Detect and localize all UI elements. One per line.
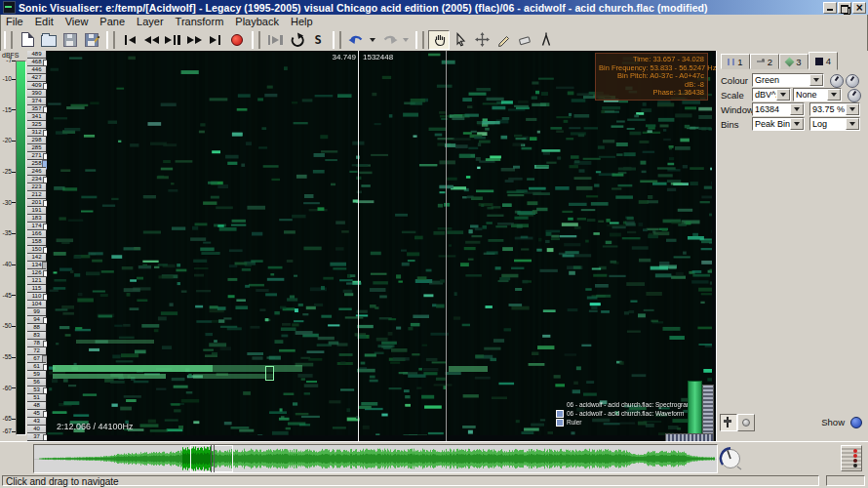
dbfs-tick: -60 <box>0 385 12 391</box>
skip-end-button[interactable] <box>205 30 226 50</box>
status-extra-cell <box>826 475 865 486</box>
record-button[interactable] <box>226 30 248 50</box>
draw-tool-button[interactable] <box>493 30 514 50</box>
freq-tick: 40 <box>27 425 46 432</box>
layer-label: 06 - acidwolf - acid church.flac: Spectr… <box>567 401 691 408</box>
navigate-tool-button[interactable] <box>428 30 450 50</box>
select-tool-button[interactable] <box>450 30 471 50</box>
freq-tick: 285 <box>27 143 46 151</box>
scale-select[interactable]: dBV^2 <box>752 88 791 102</box>
open-button[interactable] <box>38 30 59 50</box>
layer-visibility-checkbox[interactable] <box>556 410 564 418</box>
play-selection-button[interactable] <box>264 30 286 50</box>
chevron-down-icon <box>794 107 800 111</box>
vertical-zoom-thumbwheel[interactable] <box>702 385 714 435</box>
freq-tick: 37 <box>27 432 46 440</box>
save-icon <box>63 33 77 47</box>
colour-row: Colour Green <box>721 73 867 87</box>
toolbar-handle[interactable] <box>4 31 13 49</box>
minimize-button[interactable] <box>823 2 837 14</box>
window-overlap-select[interactable]: 93.75 % <box>809 102 860 116</box>
layer-visibility-checkbox[interactable] <box>556 419 564 427</box>
titlebar[interactable]: Sonic Visualiser: e:/temp/[Acidwolf] - L… <box>0 0 868 15</box>
edit-tool-button[interactable] <box>471 30 493 50</box>
menu-edit[interactable]: Edit <box>29 16 59 27</box>
menu-help[interactable]: Help <box>285 16 319 27</box>
menu-playback[interactable]: Playback <box>229 16 285 27</box>
menu-view[interactable]: View <box>59 16 95 27</box>
overview-waveform[interactable] <box>33 444 718 473</box>
loop-button[interactable] <box>286 30 307 50</box>
save-button[interactable] <box>59 30 81 50</box>
fast-forward-button[interactable] <box>183 30 205 50</box>
pane-tab-4[interactable]: 4 <box>809 52 838 70</box>
toolbar-handle[interactable] <box>415 31 424 49</box>
erase-tool-button[interactable] <box>514 30 535 50</box>
freq-tick: 390 <box>27 89 46 97</box>
dial-mode-button[interactable] <box>737 414 755 431</box>
rewind-button[interactable] <box>140 30 162 50</box>
freq-tick: 325 <box>27 120 46 128</box>
threshold-knob[interactable] <box>848 89 861 102</box>
redo-menu-button[interactable] <box>400 30 412 50</box>
skip-start-button[interactable] <box>119 30 140 50</box>
maximize-button[interactable] <box>838 2 851 14</box>
dial-icon <box>742 419 750 427</box>
select-tool-icon <box>454 32 468 47</box>
pane-tab-3[interactable]: 3 <box>779 54 809 69</box>
meter-dot <box>853 464 857 468</box>
gain-knob[interactable] <box>846 74 859 88</box>
new-session-button[interactable] <box>17 30 38 50</box>
skip-start-icon <box>125 35 128 45</box>
undo-menu-button[interactable] <box>367 30 378 50</box>
position-readout: 2:12.066 / 44100Hz <box>57 422 134 431</box>
freq-tick: 110 <box>27 292 46 300</box>
level-meter-button[interactable] <box>841 445 862 471</box>
menu-file[interactable]: File <box>0 16 29 27</box>
toolbar-handle[interactable] <box>333 31 341 49</box>
spectrogram-pane[interactable]: 34.749 1532448 Time: 33.657 - 34.028Bin … <box>47 51 716 441</box>
bins-row: Bins Peak Bins Log <box>721 117 867 131</box>
freq-tick: 183 <box>27 214 46 222</box>
vertical-scrollbar-thumb[interactable] <box>688 381 702 437</box>
meter-dot <box>853 449 857 453</box>
status-bar: Click and drag to navigate <box>0 474 868 488</box>
freq-tick: 126 <box>27 268 46 276</box>
toolbar-handle[interactable] <box>106 31 115 49</box>
bins-scale-select[interactable]: Log <box>809 117 860 131</box>
menu-transform[interactable]: Transform <box>170 16 230 27</box>
bins-display-select[interactable]: Peak Bins <box>752 117 805 131</box>
show-led-indicator[interactable] <box>850 417 862 428</box>
export-button[interactable] <box>81 30 102 50</box>
dbfs-tick: -15 <box>0 106 12 113</box>
window-size-select[interactable]: 16384 <box>752 102 805 116</box>
toolbar-handle[interactable] <box>252 31 260 49</box>
meter-dot <box>853 459 857 463</box>
normalization-select[interactable]: None <box>793 88 842 102</box>
freq-tick: 298 <box>27 136 46 143</box>
close-button[interactable] <box>852 2 866 14</box>
freq-tick: 61 <box>27 362 46 370</box>
play-pause-icon <box>165 36 172 44</box>
menu-layer[interactable]: Layer <box>131 16 170 27</box>
chevron-down-icon <box>780 93 786 97</box>
overview-canvas[interactable] <box>34 445 717 472</box>
undo-button[interactable] <box>345 30 367 50</box>
play-pause-button[interactable] <box>162 30 183 50</box>
status-message: Click and drag to navigate <box>2 475 819 486</box>
dbfs-gradient-bar[interactable] <box>16 61 26 435</box>
solo-button[interactable]: S <box>307 30 329 50</box>
colour-select[interactable]: Green <box>752 73 824 87</box>
freq-tick: 56 <box>27 378 46 386</box>
fader-mode-button[interactable] <box>720 414 737 431</box>
frequency-axis[interactable]: 4894684464274093903743573413253122982852… <box>27 51 47 441</box>
pane-tab-1[interactable]: 1 <box>721 54 750 69</box>
menu-pane[interactable]: Pane <box>94 16 131 27</box>
colour-rotate-knob[interactable] <box>830 74 844 88</box>
spectrogram-canvas[interactable] <box>47 51 712 435</box>
pane-tab-2[interactable]: 2 <box>750 54 779 69</box>
playback-speed-knob[interactable] <box>718 444 743 471</box>
measure-tool-button[interactable] <box>535 30 557 50</box>
dbfs-tick: -25 <box>0 168 12 175</box>
redo-button[interactable] <box>378 30 400 50</box>
